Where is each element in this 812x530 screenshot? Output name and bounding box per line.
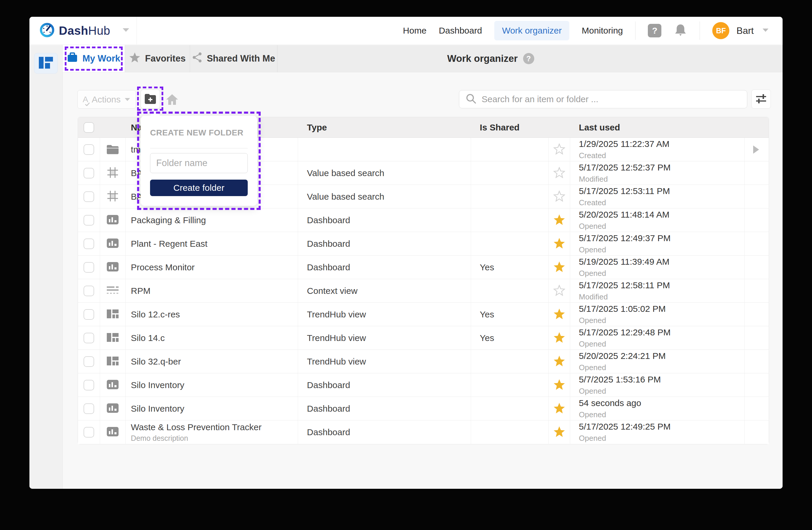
table-row[interactable]: Waste & Loss Prevention Tracker Demo des… bbox=[78, 420, 769, 444]
star-icon bbox=[129, 52, 140, 65]
item-type: TrendHub view bbox=[307, 333, 366, 343]
item-name: Waste & Loss Prevention Tracker bbox=[131, 422, 262, 432]
actions-icon: A bbox=[83, 95, 88, 104]
folder-plus-icon bbox=[144, 93, 157, 105]
favorite-star-toggle[interactable] bbox=[553, 332, 565, 344]
nav-dashboard[interactable]: Dashboard bbox=[439, 26, 482, 36]
row-expand-chevron-icon[interactable] bbox=[753, 145, 763, 154]
row-checkbox[interactable] bbox=[84, 356, 94, 367]
tab-my-work[interactable]: My Work bbox=[63, 45, 125, 72]
favorite-star-toggle[interactable] bbox=[553, 261, 565, 274]
item-type: Dashboard bbox=[307, 427, 350, 437]
favorite-star-toggle[interactable] bbox=[553, 285, 565, 297]
nav-monitoring[interactable]: Monitoring bbox=[582, 26, 623, 36]
table-row[interactable]: Silo 12.c-res TrendHub view Yes 5/17/202… bbox=[78, 303, 769, 326]
grid-item-icon bbox=[106, 166, 119, 180]
item-shared: Yes bbox=[480, 262, 494, 273]
brand-caret-icon[interactable] bbox=[122, 28, 130, 33]
sliders-icon bbox=[755, 94, 767, 105]
folder-name-input[interactable] bbox=[150, 153, 248, 173]
user-name[interactable]: Bart bbox=[736, 25, 754, 36]
last-used-action: Opened bbox=[579, 339, 671, 349]
sidebar-layout-button[interactable] bbox=[34, 53, 58, 74]
select-all-checkbox[interactable] bbox=[84, 122, 94, 133]
create-folder-submit-button[interactable]: Create folder bbox=[150, 180, 248, 196]
table-row[interactable]: Silo Inventory Dashboard 5/7/2025 1:53:1… bbox=[78, 373, 769, 397]
row-checkbox[interactable] bbox=[84, 309, 94, 320]
filter-button[interactable] bbox=[751, 89, 771, 109]
last-used-action: Opened bbox=[579, 363, 666, 372]
help-icon[interactable]: ? bbox=[648, 24, 661, 38]
item-type: TrendHub view bbox=[307, 309, 366, 320]
row-checkbox[interactable] bbox=[84, 285, 94, 296]
brand-logo[interactable]: DashHub bbox=[29, 17, 137, 44]
last-used-action: Opened bbox=[579, 410, 641, 419]
item-description: Demo description bbox=[131, 434, 262, 443]
home-button[interactable] bbox=[165, 93, 179, 107]
item-type: Context view bbox=[307, 286, 358, 296]
item-name: Plant - Regent East bbox=[131, 239, 207, 249]
favorite-star-toggle[interactable] bbox=[553, 143, 565, 156]
user-caret-icon[interactable] bbox=[762, 28, 769, 33]
tab-bar: My Work Favorites bbox=[63, 45, 783, 72]
grid-item-icon bbox=[106, 190, 119, 204]
row-checkbox[interactable] bbox=[84, 403, 94, 414]
favorite-star-toggle[interactable] bbox=[553, 403, 565, 415]
layout-item-icon bbox=[106, 309, 119, 320]
favorite-star-toggle[interactable] bbox=[553, 214, 565, 226]
table-row[interactable]: Silo 14.c TrendHub view Yes 5/17/2025 12… bbox=[78, 326, 769, 350]
row-checkbox[interactable] bbox=[84, 262, 94, 273]
user-avatar[interactable]: BF bbox=[712, 22, 729, 39]
table-row[interactable]: Plant - Regent East Dashboard 5/17/2025 … bbox=[78, 232, 769, 255]
favorite-star-toggle[interactable] bbox=[553, 355, 565, 368]
caret-down-icon bbox=[124, 97, 131, 101]
create-folder-popup: CREATE NEW FOLDER Create folder bbox=[141, 116, 257, 206]
table-row[interactable]: Silo 32.q-ber TrendHub view 5/20/2025 2:… bbox=[78, 350, 769, 373]
item-name: Silo Inventory bbox=[131, 380, 185, 390]
last-used-time: 5/17/2025 12:49:25 PM bbox=[579, 422, 671, 432]
search-input[interactable] bbox=[482, 94, 740, 104]
table-row[interactable]: RPM Context view 5/17/2025 12:58:11 PM M… bbox=[78, 279, 769, 303]
table-row[interactable]: Process Monitor Dashboard Yes 5/19/2025 … bbox=[78, 255, 769, 279]
app-window: DashHub Home Dashboard Work organizer Mo… bbox=[29, 17, 783, 489]
row-checkbox[interactable] bbox=[84, 168, 94, 179]
lines-item-icon bbox=[106, 285, 119, 296]
actions-button[interactable]: A Actions bbox=[77, 90, 136, 109]
chart-item-icon bbox=[106, 214, 119, 226]
last-used-action: Created bbox=[579, 198, 670, 207]
last-used-time: 1/29/2025 11:22:37 AM bbox=[579, 139, 670, 149]
table-row[interactable]: Packaging & Filling Dashboard 5/20/2025 … bbox=[78, 208, 769, 232]
nav-work-organizer[interactable]: Work organizer bbox=[494, 21, 569, 40]
favorite-star-toggle[interactable] bbox=[553, 191, 565, 203]
row-checkbox[interactable] bbox=[84, 380, 94, 390]
screen-background: DashHub Home Dashboard Work organizer Mo… bbox=[0, 0, 812, 530]
row-checkbox[interactable] bbox=[84, 144, 94, 155]
expand-column-header bbox=[745, 117, 769, 138]
row-checkbox[interactable] bbox=[84, 333, 94, 343]
notifications-bell-icon[interactable] bbox=[674, 23, 687, 39]
create-folder-button[interactable] bbox=[141, 89, 160, 109]
row-checkbox[interactable] bbox=[84, 191, 94, 202]
last-used-action: Modified bbox=[579, 175, 671, 184]
item-type: Dashboard bbox=[307, 215, 350, 225]
folder-item-icon bbox=[106, 144, 119, 155]
row-checkbox[interactable] bbox=[84, 238, 94, 249]
nav-home[interactable]: Home bbox=[403, 26, 426, 36]
favorite-star-toggle[interactable] bbox=[553, 308, 565, 321]
last-used-time: 5/17/2025 12:53:11 PM bbox=[579, 186, 670, 196]
column-header-is-shared: Is Shared bbox=[480, 123, 520, 132]
table-row[interactable]: Silo Inventory Dashboard 54 seconds ago … bbox=[78, 397, 769, 420]
favorite-star-toggle[interactable] bbox=[553, 238, 565, 250]
tab-favorites[interactable]: Favorites bbox=[125, 45, 190, 72]
row-checkbox[interactable] bbox=[84, 215, 94, 225]
favorite-star-toggle[interactable] bbox=[553, 426, 565, 438]
popup-divider bbox=[150, 148, 248, 149]
brand-name: DashHub bbox=[59, 24, 110, 38]
favorite-star-toggle[interactable] bbox=[553, 379, 565, 391]
row-checkbox[interactable] bbox=[84, 427, 94, 437]
page-help-icon[interactable]: ? bbox=[523, 53, 534, 64]
favorite-star-toggle[interactable] bbox=[553, 167, 565, 179]
chart-item-icon bbox=[106, 238, 119, 250]
tab-shared-with-me[interactable]: Shared With Me bbox=[190, 45, 277, 72]
last-used-time: 5/20/2025 11:48:14 AM bbox=[579, 210, 670, 220]
